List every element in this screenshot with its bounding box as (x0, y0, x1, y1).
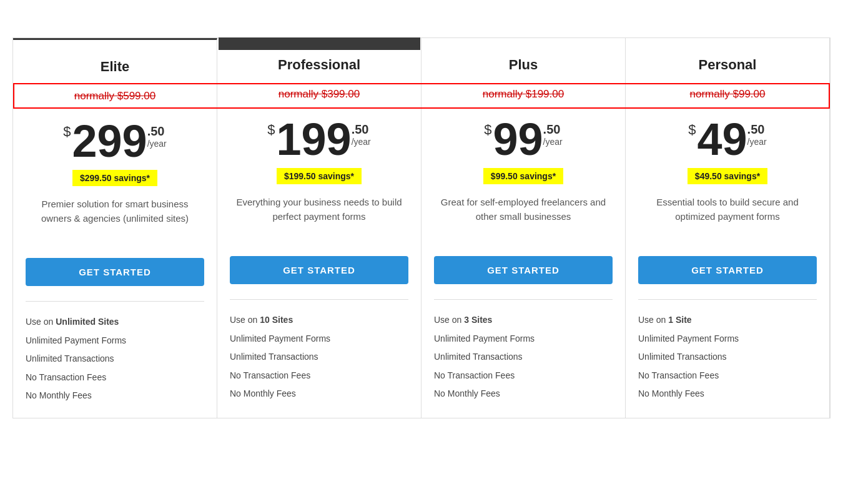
plan-name-elite: Elite (26, 59, 204, 75)
price-right-plus: .50/year (543, 122, 563, 147)
price-right-personal: .50/year (747, 122, 767, 147)
savings-badge-plus: $99.50 savings* (483, 168, 563, 184)
savings-badge-elite: $299.50 savings* (72, 170, 157, 186)
feature-item-elite-0: Use on Unlimited Sites (26, 313, 204, 332)
savings-badge-professional: $199.50 savings* (277, 168, 362, 184)
plan-description-professional: Everything your business needs to build … (230, 195, 408, 242)
feature-item-personal-1: Unlimited Payment Forms (638, 330, 817, 348)
feature-item-plus-1: Unlimited Payment Forms (434, 330, 613, 348)
feature-item-professional-4: No Monthly Fees (230, 385, 408, 403)
feature-item-plus-0: Use on 3 Sites (434, 311, 613, 330)
feature-item-elite-4: No Monthly Fees (26, 387, 204, 405)
original-price-row-professional: normally $399.00 (230, 82, 408, 107)
savings-badge-personal: $49.50 savings* (688, 168, 767, 184)
feature-item-personal-2: Unlimited Transactions (638, 348, 817, 367)
feature-bold-personal-0: 1 Site (668, 315, 691, 325)
price-main-plus: 99 (493, 117, 543, 162)
price-cents-plus: .50 (543, 122, 561, 137)
current-price-row-personal: $49.50/year (638, 117, 817, 162)
price-period-personal: /year (747, 137, 767, 147)
plan-name-professional: Professional (230, 57, 408, 73)
price-cents-elite: .50 (147, 124, 165, 139)
price-period-plus: /year (543, 137, 563, 147)
plan-col-personal: Personalnormally $99.00$49.50/year$49.50… (626, 38, 830, 418)
get-started-button-elite[interactable]: GET STARTED (26, 258, 204, 286)
feature-item-personal-0: Use on 1 Site (638, 311, 817, 330)
price-main-elite: 299 (72, 119, 147, 164)
current-price-row-elite: $299.50/year (26, 119, 204, 164)
price-main-professional: 199 (276, 117, 351, 162)
feature-item-professional-3: No Transaction Fees (230, 367, 408, 385)
price-cents-personal: .50 (747, 122, 765, 137)
feature-item-elite-1: Unlimited Payment Forms (26, 332, 204, 350)
plan-description-plus: Great for self-employed freelancers and … (434, 195, 613, 242)
plan-description-elite: Premier solution for smart business owne… (26, 197, 204, 244)
features-list-plus: Use on 3 SitesUnlimited Payment FormsUnl… (434, 311, 613, 403)
price-cents-professional: .50 (352, 122, 369, 137)
feature-item-personal-3: No Transaction Fees (638, 367, 817, 385)
price-period-elite: /year (147, 139, 167, 149)
current-price-row-professional: $199.50/year (230, 117, 408, 162)
original-price-professional: normally $399.00 (279, 88, 360, 100)
price-right-professional: .50/year (352, 122, 371, 147)
divider-professional (230, 299, 408, 300)
plan-name-plus: Plus (434, 57, 613, 73)
price-main-personal: 49 (698, 117, 747, 162)
plan-col-plus: Plusnormally $199.00$99.50/year$99.50 sa… (422, 38, 626, 418)
plan-col-elite: Elitenormally $599.00$299.50/year$299.50… (13, 38, 217, 418)
features-list-professional: Use on 10 SitesUnlimited Payment FormsUn… (230, 311, 408, 403)
feature-bold-plus-0: 3 Sites (464, 315, 492, 325)
original-price-elite: normally $599.00 (74, 90, 155, 102)
divider-plus (434, 299, 613, 300)
original-price-personal: normally $99.00 (690, 88, 766, 100)
original-price-row-personal: normally $99.00 (638, 82, 817, 107)
feature-item-plus-3: No Transaction Fees (434, 367, 613, 385)
dollar-sign-professional: $ (267, 122, 275, 138)
pricing-wrapper: Elitenormally $599.00$299.50/year$299.50… (12, 37, 831, 418)
feature-item-elite-2: Unlimited Transactions (26, 350, 204, 368)
dollar-sign-elite: $ (63, 124, 71, 140)
feature-item-personal-4: No Monthly Fees (638, 385, 817, 403)
original-price-row-plus: normally $199.00 (434, 82, 613, 107)
plan-name-personal: Personal (638, 57, 817, 73)
original-price-row-elite: normally $599.00 (26, 84, 204, 109)
current-price-row-plus: $99.50/year (434, 117, 613, 162)
divider-personal (638, 299, 817, 300)
features-list-elite: Use on Unlimited SitesUnlimited Payment … (26, 313, 204, 405)
divider-elite (26, 301, 204, 302)
get-started-button-professional[interactable]: GET STARTED (230, 256, 408, 284)
feature-bold-professional-0: 10 Sites (260, 315, 293, 325)
original-price-plus: normally $199.00 (483, 88, 564, 100)
price-period-professional: /year (352, 137, 371, 147)
plan-description-personal: Essential tools to build secure and opti… (638, 195, 817, 242)
feature-item-plus-4: No Monthly Fees (434, 385, 613, 403)
plan-col-professional: Professionalnormally $399.00$199.50/year… (217, 38, 422, 418)
get-started-button-plus[interactable]: GET STARTED (434, 256, 613, 284)
feature-item-professional-0: Use on 10 Sites (230, 311, 408, 330)
pricing-table: Elitenormally $599.00$299.50/year$299.50… (12, 37, 831, 418)
feature-item-elite-3: No Transaction Fees (26, 368, 204, 387)
feature-item-professional-1: Unlimited Payment Forms (230, 330, 408, 348)
features-list-personal: Use on 1 SiteUnlimited Payment FormsUnli… (638, 311, 817, 403)
feature-item-plus-2: Unlimited Transactions (434, 348, 613, 367)
price-right-elite: .50/year (147, 124, 167, 149)
dollar-sign-personal: $ (688, 122, 696, 138)
feature-item-professional-2: Unlimited Transactions (230, 348, 408, 367)
feature-bold-elite-0: Unlimited Sites (56, 317, 119, 327)
get-started-button-personal[interactable]: GET STARTED (638, 256, 817, 284)
best-deal-banner (219, 37, 421, 50)
dollar-sign-plus: $ (484, 122, 491, 138)
